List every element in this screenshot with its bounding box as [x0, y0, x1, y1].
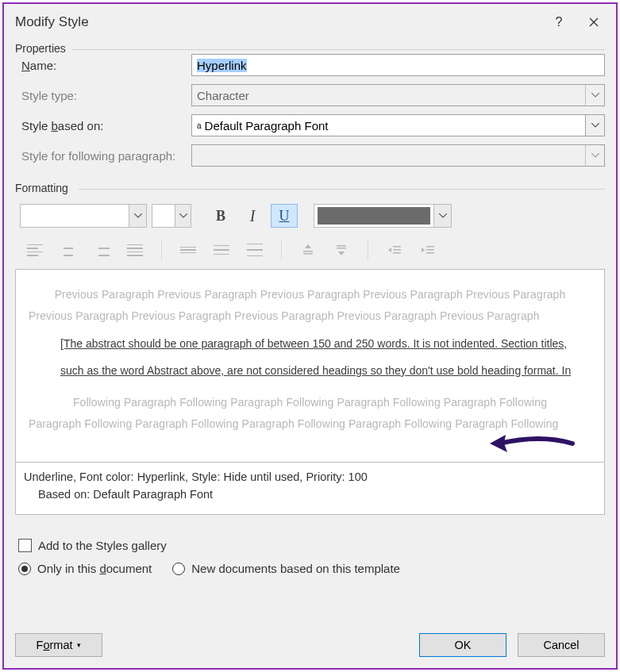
cancel-button[interactable]: Cancel — [518, 633, 605, 657]
modify-style-dialog: Modify Style ? Properties Name: Hyperlin… — [2, 2, 618, 670]
name-input[interactable]: Hyperlink — [191, 54, 605, 76]
name-value: Hyperlink — [197, 59, 247, 72]
format-button[interactable]: Format ▾ — [15, 633, 102, 657]
align-center-icon — [53, 239, 83, 261]
only-this-document-label: Only in this document — [37, 562, 152, 575]
dialog-footer: Format ▾ OK Cancel — [4, 633, 616, 657]
title-bar: Modify Style ? — [4, 4, 616, 40]
indent-increase-icon — [413, 239, 443, 261]
new-documents-radio[interactable] — [172, 563, 185, 575]
preview-foll-1: Following Paragraph Following Paragraph … — [29, 392, 591, 413]
align-justify-icon — [120, 239, 150, 261]
following-combo — [191, 144, 605, 167]
close-icon — [589, 17, 599, 27]
help-button[interactable]: ? — [541, 4, 576, 40]
style-description: Underline, Font color: Hyperlink, Style:… — [15, 463, 605, 515]
chevron-down-icon[interactable] — [175, 205, 191, 227]
preview-pane: Previous Paragraph Previous Paragraph Pr… — [15, 269, 605, 463]
space-before-icon — [293, 239, 323, 261]
chevron-down-icon[interactable] — [585, 115, 604, 136]
formatting-toolbar: B I U — [15, 201, 605, 266]
spacing-1_5-icon — [206, 239, 237, 261]
chevron-down-icon[interactable] — [433, 205, 451, 227]
properties-section: Properties Name: Hyperlink Style type: C… — [15, 42, 605, 171]
preview-prev-2: Previous Paragraph Previous Paragraph Pr… — [29, 305, 591, 327]
font-size-combo[interactable] — [152, 204, 191, 228]
only-this-document-radio[interactable] — [18, 563, 31, 575]
style-type-label: Style type: — [15, 89, 191, 102]
following-label: Style for following paragraph: — [15, 149, 191, 163]
svg-rect-6 — [393, 252, 401, 254]
close-button[interactable] — [576, 4, 611, 40]
align-right-icon — [87, 239, 117, 261]
based-on-value: Default Paragraph Font — [205, 119, 329, 132]
svg-rect-7 — [426, 246, 434, 248]
paragraph-toolbar — [15, 231, 605, 266]
svg-rect-9 — [426, 252, 434, 254]
preview-prev-1: Previous Paragraph Previous Paragraph Pr… — [29, 284, 591, 305]
svg-rect-3 — [337, 248, 346, 249]
style-type-combo: Character — [191, 84, 605, 106]
chevron-down-icon[interactable] — [129, 205, 146, 227]
svg-rect-2 — [337, 245, 346, 247]
desc-line-2: Based on: Default Paragraph Font — [24, 486, 596, 504]
bold-button[interactable]: B — [207, 204, 234, 228]
font-color-combo[interactable] — [314, 204, 452, 228]
svg-rect-0 — [303, 251, 313, 252]
color-swatch — [318, 207, 430, 225]
svg-rect-4 — [393, 246, 401, 248]
ok-button[interactable]: OK — [419, 633, 506, 657]
chevron-down-icon — [585, 145, 604, 166]
name-label: Name: — [15, 59, 191, 72]
preview-sample: [The abstract should be one paragraph of… — [60, 331, 591, 384]
align-left-icon — [20, 239, 50, 261]
desc-line-1: Underline, Font color: Hyperlink, Style:… — [24, 469, 596, 486]
chevron-down-icon — [585, 85, 604, 106]
spacing-2-icon — [240, 239, 270, 261]
bottom-options: Add to the Styles gallery Only in this d… — [18, 534, 605, 585]
indent-decrease-icon — [379, 239, 410, 261]
space-after-icon — [326, 239, 356, 261]
based-on-combo[interactable]: a Default Paragraph Font — [191, 114, 605, 136]
style-type-value: Character — [197, 89, 249, 102]
svg-rect-1 — [303, 253, 313, 255]
formatting-section: Formatting — [15, 182, 605, 190]
font-combo[interactable] — [20, 204, 147, 228]
svg-rect-5 — [393, 249, 401, 251]
add-to-gallery-label: Add to the Styles gallery — [38, 539, 167, 552]
style-glyph-icon: a — [197, 121, 202, 130]
underline-button[interactable]: U — [271, 204, 298, 228]
svg-rect-8 — [426, 249, 434, 251]
dialog-title: Modify Style — [15, 14, 89, 30]
based-on-label: Style based on: — [15, 119, 191, 132]
italic-button[interactable]: I — [239, 204, 266, 228]
caret-down-icon: ▾ — [77, 641, 81, 649]
add-to-gallery-checkbox[interactable] — [18, 539, 32, 552]
preview-foll-2: Paragraph Following Paragraph Following … — [29, 413, 591, 435]
spacing-1-icon — [173, 239, 203, 261]
new-documents-label: New documents based on this template — [191, 562, 400, 575]
